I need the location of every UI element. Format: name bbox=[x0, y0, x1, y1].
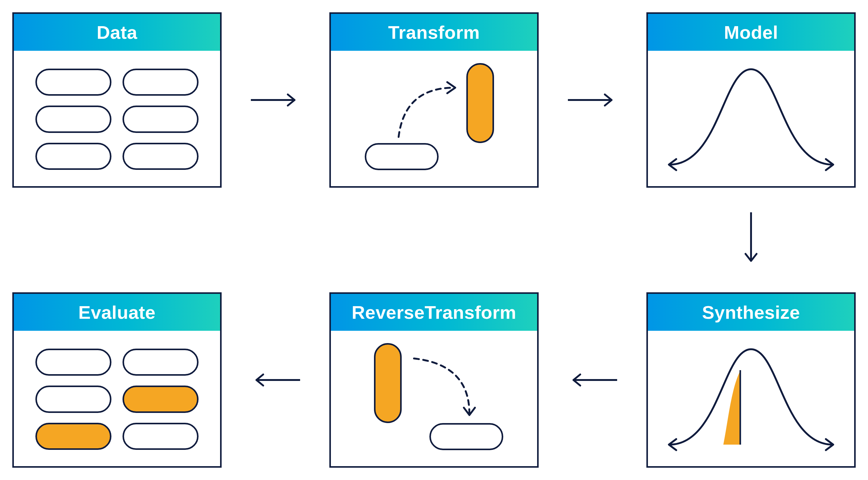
arrow-left-1 bbox=[539, 292, 646, 468]
reverse-pill-vertical bbox=[374, 343, 402, 423]
card-model: Model bbox=[646, 12, 856, 188]
card-model-header: Model bbox=[648, 14, 854, 51]
card-reverse-transform-header: ReverseTransform bbox=[331, 294, 537, 331]
reverse-dashed-arrow-icon bbox=[405, 349, 485, 429]
synthesize-bellcurve-icon bbox=[648, 331, 854, 468]
card-synthesize: Synthesize bbox=[646, 292, 856, 468]
card-reverse-transform-body bbox=[331, 331, 537, 468]
card-transform-title: Transform bbox=[388, 22, 480, 43]
card-transform-body bbox=[331, 51, 537, 188]
transform-pill-horizontal bbox=[365, 143, 439, 170]
arrow-left-2 bbox=[222, 292, 329, 468]
data-pill bbox=[123, 69, 198, 96]
card-data-title: Data bbox=[97, 22, 137, 43]
evaluate-pill-orange bbox=[35, 423, 112, 450]
card-evaluate-body bbox=[14, 331, 220, 468]
evaluate-pill bbox=[123, 423, 198, 450]
arrow-right-1 bbox=[222, 12, 329, 188]
arrow-right-2 bbox=[539, 12, 646, 188]
evaluate-pill bbox=[35, 349, 112, 376]
card-reverse-transform-title: ReverseTransform bbox=[352, 302, 517, 323]
card-transform-header: Transform bbox=[331, 14, 537, 51]
card-synthesize-header: Synthesize bbox=[648, 294, 854, 331]
transform-dashed-arrow-icon bbox=[393, 69, 472, 143]
card-synthesize-body bbox=[648, 331, 854, 468]
card-model-body bbox=[648, 51, 854, 188]
card-data: Data bbox=[12, 12, 222, 188]
evaluate-pill bbox=[35, 386, 112, 413]
card-evaluate: Evaluate bbox=[12, 292, 222, 468]
card-evaluate-title: Evaluate bbox=[79, 302, 156, 323]
arrow-down bbox=[646, 188, 856, 292]
data-pill bbox=[35, 143, 112, 170]
evaluate-pill bbox=[123, 349, 198, 376]
evaluate-pill-orange bbox=[123, 386, 198, 413]
data-pill bbox=[35, 69, 112, 96]
data-pill bbox=[123, 143, 198, 170]
card-evaluate-header: Evaluate bbox=[14, 294, 220, 331]
data-pill bbox=[123, 105, 198, 133]
card-reverse-transform: ReverseTransform bbox=[329, 292, 539, 468]
card-model-title: Model bbox=[724, 22, 778, 43]
card-data-header: Data bbox=[14, 14, 220, 51]
card-synthesize-title: Synthesize bbox=[702, 302, 800, 323]
data-pill bbox=[35, 105, 112, 133]
card-data-body bbox=[14, 51, 220, 188]
card-transform: Transform bbox=[329, 12, 539, 188]
model-bellcurve-icon bbox=[648, 51, 854, 188]
